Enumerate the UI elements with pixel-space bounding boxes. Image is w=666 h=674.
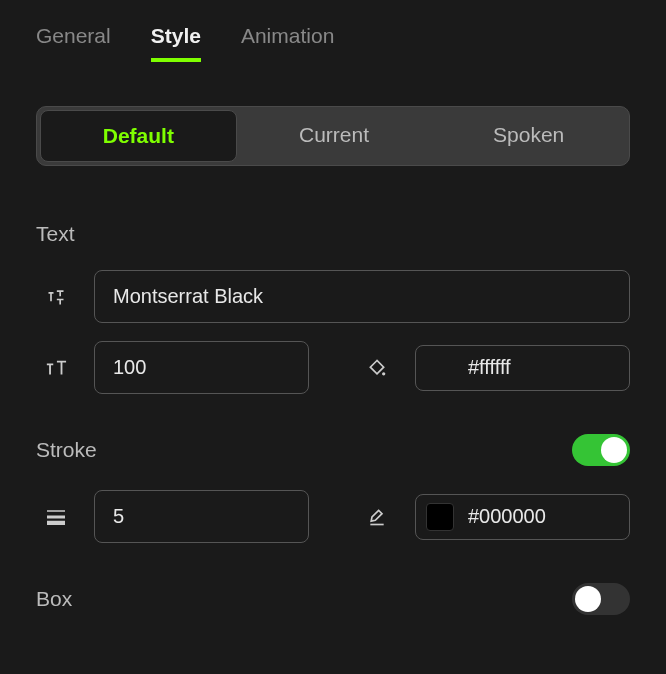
text-color-value: #ffffff — [468, 356, 511, 379]
stroke-color-swatch — [426, 503, 454, 531]
text-color-field[interactable]: #ffffff — [415, 345, 630, 391]
text-color-swatch — [426, 354, 454, 382]
box-section-title: Box — [36, 587, 72, 611]
box-section: Box — [36, 583, 630, 615]
tab-bar: General Style Animation — [36, 24, 630, 62]
stroke-section-title: Stroke — [36, 438, 97, 462]
fill-color-icon — [357, 358, 397, 378]
text-size-input[interactable] — [94, 341, 309, 394]
segment-current[interactable]: Current — [237, 110, 432, 162]
tab-animation[interactable]: Animation — [241, 24, 334, 62]
svg-point-0 — [382, 372, 385, 375]
toggle-knob — [601, 437, 627, 463]
tab-style[interactable]: Style — [151, 24, 201, 62]
stroke-toggle[interactable] — [572, 434, 630, 466]
state-segmented-control: Default Current Spoken — [36, 106, 630, 166]
stroke-color-field[interactable]: #000000 — [415, 494, 630, 540]
toggle-knob — [575, 586, 601, 612]
stroke-width-icon — [36, 509, 76, 525]
font-icon — [36, 287, 76, 307]
text-size-icon — [36, 359, 76, 377]
box-toggle[interactable] — [572, 583, 630, 615]
segment-default[interactable]: Default — [40, 110, 237, 162]
text-section-title: Text — [36, 222, 75, 246]
font-input[interactable] — [94, 270, 630, 323]
tab-general[interactable]: General — [36, 24, 111, 62]
segment-spoken[interactable]: Spoken — [431, 110, 626, 162]
stroke-color-value: #000000 — [468, 505, 546, 528]
stroke-section: Stroke #00 — [36, 434, 630, 543]
stroke-width-input[interactable] — [94, 490, 309, 543]
text-section: Text — [36, 222, 630, 394]
stroke-color-icon — [357, 507, 397, 527]
